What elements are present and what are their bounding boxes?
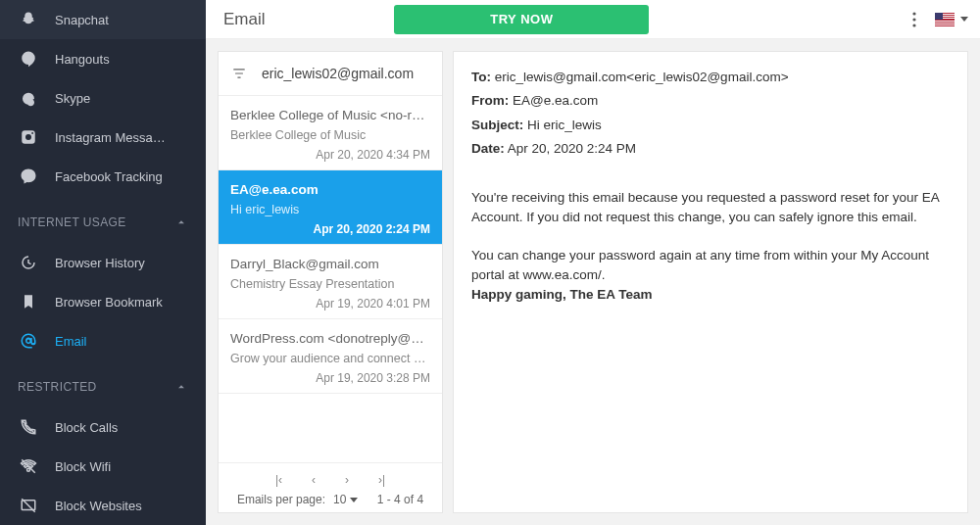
sidebar-item-label: Skype [55,91,90,106]
email-from: Berklee College of Music <no-repl… [230,108,430,122]
subject-label: Subject: [471,118,523,132]
per-page-select[interactable]: 10 [333,493,358,506]
last-page-button[interactable]: ›| [378,473,385,487]
filter-icon [230,67,248,80]
sidebar-item-instagram[interactable]: Instagram Messa… [0,118,206,157]
pagination: |‹ ‹ › ›| Emails per page: 10 1 - 4 of 4 [219,462,442,512]
sidebar-item-block-wifi[interactable]: Block Wifi [0,447,206,486]
sidebar-item-hangouts[interactable]: Hangouts [0,39,206,78]
chevron-up-icon [174,380,188,394]
email-row[interactable]: WordPress.com <donotreply@e0.… Grow your… [219,319,442,394]
block-calls-icon [18,416,39,438]
sidebar-item-block-websites[interactable]: Block Websites [0,486,206,525]
main: Email TRY NOW eric_lewis02@gmail.com [206,0,980,525]
email-list: Berklee College of Music <no-repl… Berkl… [219,96,442,462]
sidebar-item-label: Block Wifi [55,459,111,474]
chevron-down-icon [960,17,968,22]
email-subject: Grow your audience and connect with … [230,352,430,365]
date-value: Apr 20, 2020 2:24 PM [508,141,636,156]
email-date: Apr 19, 2020 3:28 PM [230,371,430,385]
sidebar-item-label: Browser Bookmark [55,295,163,310]
block-wifi-icon [18,455,39,477]
sidebar-item-label: Facebook Tracking [55,169,163,184]
subject-value: Hi eric_lewis [527,118,602,132]
email-from: WordPress.com <donotreply@e0.… [230,331,430,346]
bookmark-icon [18,291,39,312]
sidebar-item-label: Email [55,334,87,349]
per-page-value: 10 [333,493,346,506]
at-icon [18,330,39,352]
try-now-button[interactable]: TRY NOW [394,5,649,34]
section-label: INTERNET USAGE [18,215,126,229]
to-value: eric_lewis@gmail.com<eric_lewis02@gmail.… [495,70,789,84]
email-row[interactable]: EA@e.ea.com Hi eric_lewis Apr 20, 2020 2… [219,170,442,245]
prev-page-button[interactable]: ‹ [312,473,316,487]
snapchat-icon [18,9,39,30]
date-label: Date: [471,141,505,156]
svg-point-1 [25,134,31,140]
language-selector[interactable] [935,13,968,26]
svg-point-9 [912,24,915,26]
topbar: Email TRY NOW [206,0,980,39]
next-page-button[interactable]: › [345,473,349,487]
sidebar-item-label: Block Websites [55,499,142,513]
email-from: EA@e.ea.com [230,182,430,197]
email-date: Apr 20, 2020 2:24 PM [230,222,430,236]
hangouts-icon [18,48,39,70]
email-row[interactable]: Berklee College of Music <no-repl… Berkl… [219,96,442,170]
sidebar-item-label: Hangouts [55,52,110,67]
email-date: Apr 19, 2020 4:01 PM [230,297,430,310]
more-menu-icon[interactable] [907,12,921,27]
sidebar-item-label: Snapchat [55,13,109,27]
email-body-p2: You can change your password again at an… [471,248,929,282]
email-subject: Chemistry Essay Presentation [230,277,430,291]
sidebar-item-block-calls[interactable]: Block Calls [0,407,206,447]
per-page-label: Emails per page: [237,493,325,506]
svg-point-7 [912,12,915,15]
from-value: EA@e.ea.com [513,93,598,108]
instagram-icon [18,126,39,148]
chevron-down-icon [350,498,358,502]
svg-point-8 [912,18,915,21]
section-label: RESTRICTED [18,380,97,394]
sidebar-section-internet[interactable]: INTERNET USAGE [0,196,206,243]
page-range: 1 - 4 of 4 [377,493,423,506]
svg-point-2 [31,132,33,134]
sidebar-item-email[interactable]: Email [0,321,206,360]
email-signature: Happy gaming, The EA Team [471,287,653,302]
sidebar-item-label: Block Calls [55,420,118,435]
sidebar-section-restricted[interactable]: RESTRICTED [0,360,206,407]
sidebar-item-facebook-tracking[interactable]: Facebook Tracking [0,157,206,196]
from-label: From: [471,93,509,108]
email-subject: Berklee College of Music [230,128,430,142]
sidebar: Snapchat Hangouts Skype Instagram Messa…… [0,0,206,525]
messenger-icon [18,166,39,187]
block-websites-icon [18,495,39,516]
to-label: To: [471,70,491,84]
history-icon [18,252,39,273]
sidebar-item-snapchat[interactable]: Snapchat [0,0,206,39]
email-subject: Hi eric_lewis [230,203,430,216]
account-filter[interactable]: eric_lewis02@gmail.com [219,52,442,96]
email-row[interactable]: Darryl_Black@gmail.com Chemistry Essay P… [219,245,442,319]
email-list-panel: eric_lewis02@gmail.com Berklee College o… [218,51,443,513]
email-date: Apr 20, 2020 4:34 PM [230,148,430,162]
email-reader: To: eric_lewis@gmail.com<eric_lewis02@gm… [453,51,968,513]
email-body-p1: You're receiving this email because you … [471,188,950,228]
sidebar-item-label: Browser History [55,256,145,270]
chevron-up-icon [174,215,188,229]
first-page-button[interactable]: |‹ [275,473,282,487]
page-title: Email [223,10,266,29]
sidebar-item-browser-history[interactable]: Browser History [0,243,206,282]
account-email: eric_lewis02@gmail.com [262,66,414,81]
sidebar-item-browser-bookmark[interactable]: Browser Bookmark [0,282,206,321]
skype-icon [18,87,39,109]
sidebar-item-skype[interactable]: Skype [0,78,206,118]
us-flag-icon [935,13,955,26]
email-from: Darryl_Black@gmail.com [230,257,430,271]
sidebar-item-label: Instagram Messa… [55,130,166,145]
